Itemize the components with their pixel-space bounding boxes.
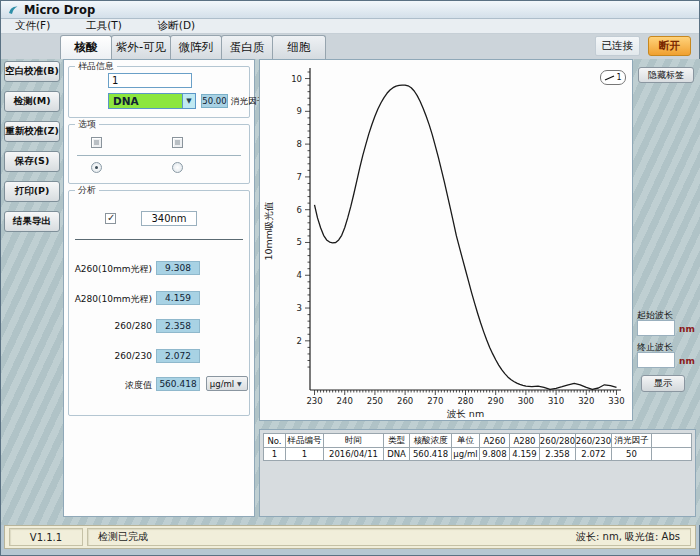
cell-unit: μg/ml: [451, 447, 479, 461]
status-message-cell: 检测已完成 波长: nm, 吸光值: Abs: [87, 528, 691, 546]
header-filler: [651, 433, 692, 447]
tab-uv-vis[interactable]: 紫外-可见: [111, 35, 171, 59]
svg-text:10: 10: [291, 74, 302, 84]
svg-text:280: 280: [457, 396, 473, 406]
option-radio-1[interactable]: [91, 162, 102, 173]
svg-text:8: 8: [297, 139, 302, 149]
header-260-230: 260/230: [575, 433, 611, 447]
chevron-down-icon: ▼: [182, 94, 195, 108]
ratio-260-230-value: 2.072: [156, 349, 200, 363]
sample-id-input[interactable]: [108, 73, 192, 88]
menu-bar: 文件(F) 工具(T) 诊断(D): [1, 19, 699, 34]
results-table-panel: No. 样品编号 时间 类型 核酸浓度 单位 A260 A280 260/280…: [259, 429, 696, 517]
app-window: Micro Drop 文件(F) 工具(T) 诊断(D) 核酸 紫外-可见 微阵…: [0, 0, 700, 556]
blank-calibration-button[interactable]: 空白校准(B): [4, 61, 60, 82]
sample-info-group: 样品信息 DNA ▼ 50.00 消光因子: [68, 66, 250, 118]
show-button[interactable]: 显示: [641, 375, 685, 392]
status-bar: V1.1.1 检测已完成 波长: nm, 吸光值: Abs: [4, 525, 696, 549]
spectrum-chart-panel: 2302402502602702802903003103203302345678…: [259, 59, 633, 421]
menu-diagnostics[interactable]: 诊断(D): [158, 19, 195, 33]
svg-text:300: 300: [518, 396, 534, 406]
svg-text:290: 290: [488, 396, 504, 406]
svg-text:270: 270: [427, 396, 443, 406]
ratio-260-280-value: 2.358: [156, 319, 200, 333]
end-wavelength-input[interactable]: [637, 352, 675, 368]
sample-info-label: 样品信息: [75, 60, 117, 73]
option-checkbox-1[interactable]: [91, 137, 102, 148]
concentration-unit-select[interactable]: μg/ml ▼: [206, 376, 248, 391]
legend-chip[interactable]: 1: [600, 70, 626, 85]
status-message: 检测已完成: [98, 530, 148, 544]
start-wavelength-unit: nm: [679, 324, 695, 334]
menu-file[interactable]: 文件(F): [15, 19, 50, 33]
cell-time: 2016/04/11: [323, 447, 383, 461]
tab-protein[interactable]: 蛋白质: [221, 35, 273, 59]
legend-series-label: 1: [616, 73, 621, 82]
a260-label: A260(10mm光程): [72, 263, 152, 276]
concentration-value: 560.418: [156, 377, 200, 391]
concentration-unit-value: μg/ml: [207, 379, 237, 389]
measure-button[interactable]: 检测(M): [4, 91, 60, 112]
wavelength-checkbox[interactable]: [105, 213, 116, 224]
cell-260-230: 2.072: [575, 447, 611, 461]
header-a280: A280: [509, 433, 539, 447]
options-group: 选项: [68, 124, 250, 184]
hide-labels-button[interactable]: 隐藏标签: [638, 67, 694, 83]
option-checkbox-2[interactable]: [172, 137, 183, 148]
table-row[interactable]: 1 1 2016/04/11 DNA 560.418 μg/ml 9.808 4…: [263, 447, 692, 461]
tab-strip: 核酸 紫外-可见 微阵列 蛋白质 细胞 已连接 断开: [1, 34, 699, 59]
a280-label: A280(10mm光程): [72, 293, 152, 306]
start-wavelength-input[interactable]: [637, 320, 675, 336]
svg-text:330: 330: [608, 396, 624, 406]
recalibrate-button[interactable]: 重新校准(Z): [4, 121, 60, 142]
save-button[interactable]: 保存(S): [4, 151, 60, 172]
tab-cell[interactable]: 细胞: [272, 35, 326, 59]
svg-text:250: 250: [367, 396, 383, 406]
a260-value: 9.308: [156, 261, 200, 275]
tab-nucleic-acid[interactable]: 核酸: [60, 35, 112, 59]
sample-type-value: DNA: [109, 95, 182, 107]
cell-filler: [651, 447, 692, 461]
spectrum-plot: 2302402502602702802903003103203302345678…: [260, 60, 632, 420]
export-results-button[interactable]: 结果导出: [4, 211, 60, 232]
cell-sample-id: 1: [285, 447, 323, 461]
options-label: 选项: [75, 118, 99, 131]
title-bar[interactable]: Micro Drop: [1, 1, 699, 19]
svg-text:240: 240: [337, 396, 353, 406]
cell-type: DNA: [383, 447, 409, 461]
cell-concentration: 560.418: [409, 447, 451, 461]
svg-text:6: 6: [297, 205, 302, 215]
header-a260: A260: [479, 433, 509, 447]
analysis-wavelength-input[interactable]: [141, 211, 197, 226]
left-panel: 样品信息 DNA ▼ 50.00 消光因子 选项 分析: [63, 59, 255, 517]
cell-extinction-factor: 50: [611, 447, 651, 461]
menu-tools[interactable]: 工具(T): [86, 19, 122, 33]
header-type: 类型: [383, 433, 409, 447]
header-sample-id: 样品编号: [285, 433, 323, 447]
sample-type-select[interactable]: DNA ▼: [108, 93, 196, 109]
header-concentration: 核酸浓度: [409, 433, 451, 447]
line-series-icon: [604, 74, 615, 82]
cell-260-280: 2.358: [539, 447, 575, 461]
print-button[interactable]: 打印(P): [4, 181, 60, 202]
header-unit: 单位: [451, 433, 479, 447]
version-label: V1.1.1: [9, 528, 83, 546]
svg-text:9: 9: [297, 106, 302, 116]
main-area: 空白校准(B) 检测(M) 重新校准(Z) 保存(S) 打印(P) 结果导出 样…: [1, 59, 700, 525]
tab-microarray[interactable]: 微阵列: [170, 35, 222, 59]
svg-text:10mm吸光值: 10mm吸光值: [263, 201, 274, 260]
analysis-label: 分析: [75, 184, 99, 197]
disconnect-button[interactable]: 断开: [648, 36, 691, 56]
concentration-label: 浓度值: [72, 379, 152, 392]
svg-text:3: 3: [297, 303, 302, 313]
header-no: No.: [263, 433, 285, 447]
header-260-280: 260/280: [539, 433, 575, 447]
header-extinction-factor: 消光因子: [611, 433, 651, 447]
app-icon: [7, 4, 19, 16]
extinction-factor-value: 50.00: [201, 94, 228, 108]
svg-text:2: 2: [297, 336, 302, 346]
window-title: Micro Drop: [24, 3, 95, 17]
option-radio-2[interactable]: [172, 162, 183, 173]
svg-text:波长 nm: 波长 nm: [447, 408, 484, 419]
svg-text:260: 260: [397, 396, 413, 406]
